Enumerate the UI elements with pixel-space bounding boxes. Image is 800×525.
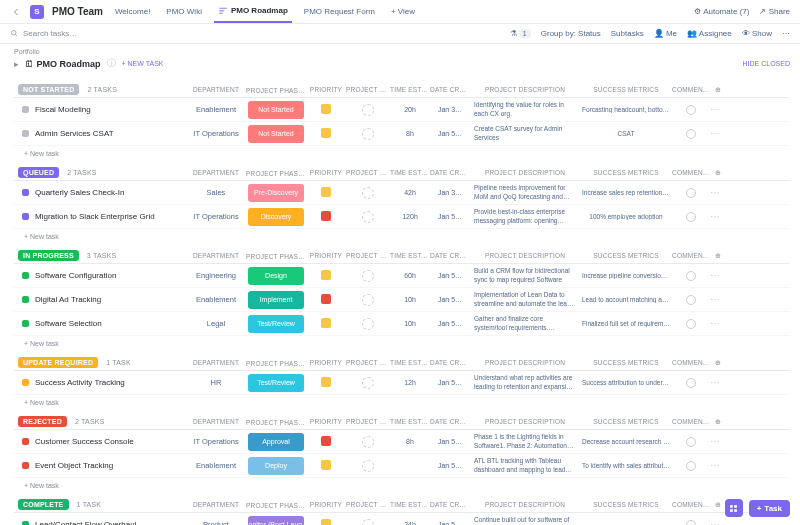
new-task-fab[interactable]: + Task <box>749 500 790 517</box>
col-date[interactable]: Date Created <box>430 86 470 93</box>
metrics-cell[interactable]: Lead to account matching and handling of… <box>580 296 672 303</box>
metrics-cell[interactable]: - <box>580 521 672 525</box>
date-cell[interactable]: Jan 3… <box>430 189 470 196</box>
table-row[interactable]: Event Object Tracking Enablement Deploy … <box>14 454 790 478</box>
row-menu[interactable]: ⋯ <box>710 187 720 198</box>
priority-cell[interactable] <box>306 377 346 388</box>
more-icon[interactable]: ⋯ <box>782 29 790 38</box>
col-phase[interactable]: Project Phase + <box>246 417 306 427</box>
date-cell[interactable]: Jan 5… <box>430 462 470 469</box>
new-task-link[interactable]: + NEW TASK <box>122 60 164 67</box>
col-estimate[interactable]: Time Estimate <box>390 252 430 259</box>
tab-wiki[interactable]: PMO Wiki <box>162 7 206 16</box>
caret-icon[interactable]: ▸ <box>14 59 19 69</box>
status-pill-queued[interactable]: Queued <box>18 167 59 178</box>
task-name[interactable]: Customer Success Console <box>14 437 186 446</box>
manager-cell[interactable] <box>346 128 390 140</box>
manager-cell[interactable] <box>346 436 390 448</box>
col-metrics[interactable]: Success Metrics <box>580 86 672 93</box>
status-pill-complete[interactable]: Complete <box>18 499 69 510</box>
comments-cell[interactable] <box>672 437 710 447</box>
status-pill-in_progress[interactable]: In Progress <box>18 250 79 261</box>
info-icon[interactable]: ⓘ <box>107 57 116 70</box>
hide-closed[interactable]: HIDE CLOSED <box>743 60 790 67</box>
dept-cell[interactable]: IT Operations <box>186 437 246 446</box>
desc-cell[interactable]: Identifying the value for roles in each … <box>470 101 580 118</box>
priority-cell[interactable] <box>306 187 346 198</box>
col-priority[interactable]: Priority <box>306 86 346 93</box>
share-button[interactable]: ↗ Share <box>759 7 790 16</box>
task-name[interactable]: Software Configuration <box>14 271 186 280</box>
row-menu[interactable]: ⋯ <box>710 270 720 281</box>
metrics-cell[interactable]: Finalized full set of requirements for V… <box>580 320 672 327</box>
col-priority[interactable]: Priority <box>306 501 346 508</box>
comments-cell[interactable] <box>672 105 710 115</box>
priority-cell[interactable] <box>306 211 346 222</box>
col-desc[interactable]: Project Description <box>470 501 580 508</box>
date-cell[interactable]: Jan 5… <box>430 272 470 279</box>
table-row[interactable]: Quarterly Sales Check-In Sales Pre-Disco… <box>14 181 790 205</box>
row-menu[interactable]: ⋯ <box>710 460 720 471</box>
estimate-cell[interactable]: 12h <box>390 379 430 386</box>
col-manager[interactable]: Project Manager <box>346 169 390 176</box>
col-add[interactable]: ⊕ <box>710 359 726 367</box>
status-pill-update_required[interactable]: Update Required <box>18 357 98 368</box>
col-date[interactable]: Date Created <box>430 252 470 259</box>
date-cell[interactable]: Jan 5… <box>430 320 470 327</box>
row-menu[interactable]: ⋯ <box>710 377 720 388</box>
date-cell[interactable]: Jan 5… <box>430 379 470 386</box>
row-menu[interactable]: ⋯ <box>710 211 720 222</box>
col-department[interactable]: Department <box>186 359 246 366</box>
col-manager[interactable]: Project Manager <box>346 359 390 366</box>
comments-cell[interactable] <box>672 129 710 139</box>
col-date[interactable]: Date Created <box>430 359 470 366</box>
col-comments[interactable]: Comments <box>672 501 710 508</box>
task-name[interactable]: Software Selection <box>14 319 186 328</box>
col-estimate[interactable]: Time Estimate <box>390 359 430 366</box>
col-priority[interactable]: Priority <box>306 169 346 176</box>
comments-cell[interactable] <box>672 520 710 526</box>
estimate-cell[interactable]: 10h <box>390 296 430 303</box>
col-priority[interactable]: Priority <box>306 359 346 366</box>
col-add[interactable]: ⊕ <box>710 418 726 426</box>
col-phase[interactable]: Project Phase + <box>246 358 306 368</box>
table-row[interactable]: Admin Services CSAT IT Operations Not St… <box>14 122 790 146</box>
estimate-cell[interactable]: 120h <box>390 213 430 220</box>
col-estimate[interactable]: Time Estimate <box>390 418 430 425</box>
table-row[interactable]: Lead/Contact Flow Overhaul Product Monit… <box>14 513 790 525</box>
phase-cell[interactable]: Test/Review <box>246 315 306 333</box>
date-cell[interactable]: Jan 3… <box>430 106 470 113</box>
back-icon[interactable] <box>10 6 22 18</box>
col-department[interactable]: Department <box>186 418 246 425</box>
me-button[interactable]: 👤 Me <box>654 29 677 38</box>
filter-button[interactable]: ⚗ 1 <box>510 29 531 38</box>
col-date[interactable]: Date Created <box>430 418 470 425</box>
col-comments[interactable]: Comments <box>672 418 710 425</box>
assignee-button[interactable]: 👥 Assignee <box>687 29 732 38</box>
new-task-row[interactable]: + New task <box>14 395 790 406</box>
task-name[interactable]: Lead/Contact Flow Overhaul <box>14 520 186 525</box>
col-date[interactable]: Date Created <box>430 501 470 508</box>
col-department[interactable]: Department <box>186 86 246 93</box>
priority-cell[interactable] <box>306 460 346 471</box>
task-name[interactable]: Digital Ad Tracking <box>14 295 186 304</box>
priority-cell[interactable] <box>306 104 346 115</box>
comments-cell[interactable] <box>672 378 710 388</box>
phase-cell[interactable]: Deploy <box>246 457 306 475</box>
manager-cell[interactable] <box>346 211 390 223</box>
metrics-cell[interactable]: Forcasting headcount, bottom line, CAC, … <box>580 106 672 113</box>
col-desc[interactable]: Project Description <box>470 418 580 425</box>
col-department[interactable]: Department <box>186 501 246 508</box>
dept-cell[interactable]: HR <box>186 378 246 387</box>
phase-cell[interactable]: Design <box>246 267 306 285</box>
priority-cell[interactable] <box>306 436 346 447</box>
col-comments[interactable]: Comments <box>672 252 710 259</box>
task-name[interactable]: Fiscal Modeling <box>14 105 186 114</box>
row-menu[interactable]: ⋯ <box>710 128 720 139</box>
automate-button[interactable]: ⚙ Automate (7) <box>694 7 749 16</box>
dept-cell[interactable]: Enablement <box>186 105 246 114</box>
task-name[interactable]: Admin Services CSAT <box>14 129 186 138</box>
metrics-cell[interactable]: CSAT <box>580 130 672 137</box>
dept-cell[interactable]: Sales <box>186 188 246 197</box>
priority-cell[interactable] <box>306 128 346 139</box>
